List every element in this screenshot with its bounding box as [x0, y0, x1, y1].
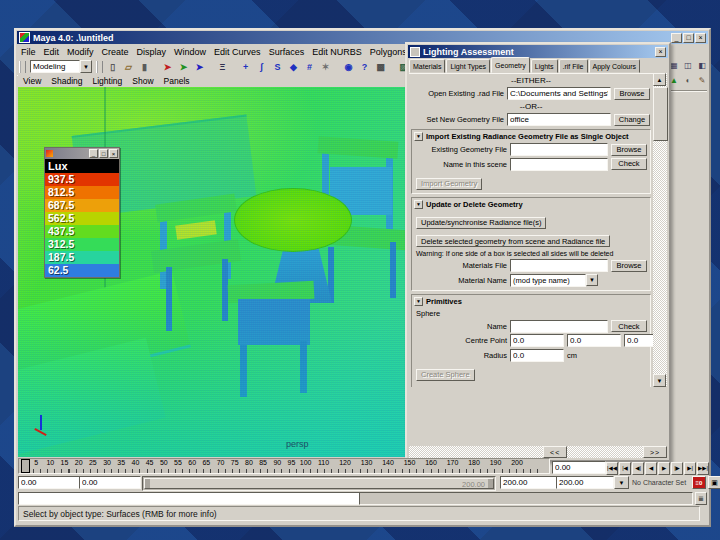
persp-outliner-layout-icon[interactable]: ◧	[695, 59, 709, 72]
animation-preferences-button[interactable]: ▣	[708, 476, 720, 489]
radius-input[interactable]	[510, 349, 564, 362]
scroll-right-button[interactable]: >>	[643, 446, 667, 458]
open-rad-input[interactable]	[507, 87, 611, 100]
set-new-geometry-input[interactable]	[507, 113, 611, 126]
scroll-up-icon[interactable]: ▲	[653, 73, 666, 86]
existing-geometry-browse-button[interactable]: Browse	[611, 144, 647, 156]
panel-menu-item[interactable]: Lighting	[87, 76, 127, 86]
snap-curve-icon[interactable]: ʃ	[254, 60, 269, 74]
range-handle-left[interactable]	[145, 479, 150, 488]
current-frame-field[interactable]	[552, 461, 606, 474]
update-synchronise-button[interactable]: Update/synchronise Radiance file(s)	[416, 217, 546, 229]
close-button[interactable]: ×	[695, 33, 706, 43]
centre-point-y-input[interactable]	[567, 334, 621, 347]
four-pane-layout-icon[interactable]: ◫	[681, 59, 695, 72]
step-forward-key-button[interactable]: |▶	[671, 462, 683, 475]
dialog-close-button[interactable]: ×	[655, 47, 666, 57]
menu-item[interactable]: Edit	[40, 47, 64, 57]
menu-item[interactable]: Edit NURBS	[308, 47, 366, 57]
snap-plane-icon[interactable]: ◆	[286, 60, 301, 74]
character-set-menu-button[interactable]: ▼	[614, 476, 629, 489]
menu-item[interactable]: File	[17, 47, 40, 57]
play-forwards-button[interactable]: ▶	[658, 462, 670, 475]
right-chair-leg[interactable]	[390, 242, 396, 298]
sphere-name-input[interactable]	[510, 320, 608, 333]
menu-set-selector[interactable]: Modeling ▼	[30, 60, 92, 73]
centre-point-z-input[interactable]	[624, 334, 653, 347]
tab-materials[interactable]: Materials	[409, 59, 445, 73]
playback-start-field[interactable]	[79, 476, 141, 489]
round-table-top[interactable]	[234, 188, 352, 252]
make-live-icon[interactable]: #	[302, 60, 317, 74]
display-sphere-icon[interactable]: ◐	[681, 74, 695, 87]
material-name-dropdown[interactable]: (mod type name) ▼	[510, 274, 598, 287]
lock-icon[interactable]: ▩	[373, 60, 388, 74]
select-component-icon[interactable]: ➤	[192, 60, 207, 74]
tab-light-types[interactable]: Light Types	[446, 59, 490, 73]
panel-menu-item[interactable]: Show	[127, 76, 158, 86]
tab-apply-colours[interactable]: Apply Colours	[589, 59, 641, 73]
range-slider-track[interactable]: 200.00	[142, 476, 496, 491]
collapse-arrow-icon[interactable]: ▼	[414, 200, 423, 209]
delete-selected-geometry-button[interactable]: Delete selected geometry from scene and …	[416, 235, 610, 247]
new-scene-icon[interactable]: ▯	[105, 60, 120, 74]
collapse-arrow-icon[interactable]: ▼	[414, 297, 423, 306]
maximize-button[interactable]: □	[683, 33, 694, 43]
import-geometry-button[interactable]: Import Geometry	[416, 178, 482, 190]
right-chair-back[interactable]	[318, 136, 399, 159]
scrollbar-thumb[interactable]	[653, 87, 668, 141]
menu-item[interactable]: Surfaces	[265, 47, 309, 57]
go-to-start-button[interactable]: |◀◀	[606, 462, 618, 475]
name-in-scene-input[interactable]	[510, 158, 608, 171]
open-scene-icon[interactable]: ▱	[121, 60, 136, 74]
globe-icon[interactable]: ◉	[341, 60, 356, 74]
playback-end-field[interactable]	[500, 476, 558, 489]
chevron-down-icon[interactable]: ▼	[80, 60, 92, 73]
go-to-end-button[interactable]: ▶▶|	[697, 462, 709, 475]
range-handle-right[interactable]	[488, 479, 493, 488]
materials-file-input[interactable]	[510, 259, 608, 272]
menu-item[interactable]: Window	[170, 47, 210, 57]
scroll-down-icon[interactable]: ▼	[653, 374, 666, 387]
toolbar-grip[interactable]	[19, 61, 26, 73]
auto-keyframe-toggle[interactable]: ≡0	[692, 476, 706, 489]
pencil-icon[interactable]: ✎	[695, 74, 709, 87]
step-forward-frame-button[interactable]: ▶|	[684, 462, 696, 475]
open-rad-browse-button[interactable]: Browse	[614, 88, 650, 100]
animation-end-field[interactable]	[556, 476, 614, 489]
name-in-scene-check-button[interactable]: Check	[611, 158, 647, 170]
dialog-vertical-scrollbar[interactable]: ▲ ▼	[653, 73, 667, 387]
command-line-toggle-icon[interactable]: ≣	[695, 492, 707, 505]
menu-item[interactable]: Polygons	[366, 47, 411, 57]
show-manipulator-icon[interactable]: Ξ	[215, 60, 230, 74]
menu-item[interactable]: Display	[133, 47, 171, 57]
dialog-horizontal-scrollbar[interactable]: << >>	[409, 446, 667, 458]
time-slider[interactable]: 5101520253035404550556065707580859095100…	[18, 458, 550, 474]
set-new-geometry-change-button[interactable]: Change	[614, 114, 650, 126]
toolbar-grip[interactable]	[96, 61, 103, 73]
materials-file-browse-button[interactable]: Browse	[611, 260, 647, 272]
panel-menu-item[interactable]: Panels	[159, 76, 195, 86]
tab-geometry[interactable]: Geometry	[491, 57, 530, 73]
help-icon[interactable]: ?	[357, 60, 372, 74]
range-slider-bar[interactable]: 200.00	[144, 478, 494, 489]
select-hierarchy-icon[interactable]: ➤	[176, 60, 191, 74]
legend-close-button[interactable]: ×	[109, 149, 118, 158]
minimize-button[interactable]: _	[671, 33, 682, 43]
menu-item[interactable]: Modify	[63, 47, 98, 57]
snap-grid-icon[interactable]: +	[238, 60, 253, 74]
menu-item[interactable]: Create	[98, 47, 133, 57]
collapse-arrow-icon[interactable]: ▼	[414, 132, 423, 141]
animation-start-field[interactable]	[18, 476, 80, 489]
tab-rif-file[interactable]: .rif File	[559, 59, 588, 73]
tab-lights[interactable]: Lights	[531, 59, 558, 73]
scroll-left-button[interactable]: <<	[543, 446, 567, 458]
step-back-key-button[interactable]: ◀|	[632, 462, 644, 475]
legend-maximize-button[interactable]: □	[99, 149, 108, 158]
snap-point-icon[interactable]: S	[270, 60, 285, 74]
legend-minimize-button[interactable]: _	[89, 149, 98, 158]
chevron-down-icon[interactable]: ▼	[586, 274, 598, 286]
select-tool-icon[interactable]: ➤	[160, 60, 175, 74]
command-line-input[interactable]	[18, 492, 360, 505]
create-sphere-button[interactable]: Create Sphere	[416, 369, 475, 381]
